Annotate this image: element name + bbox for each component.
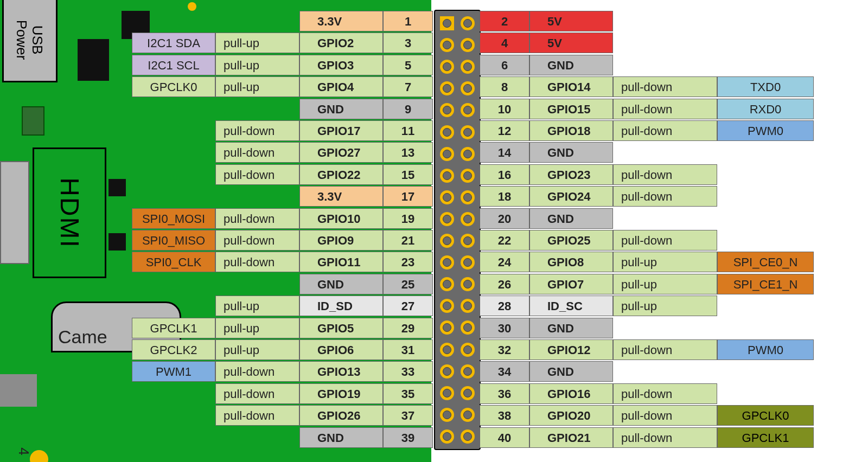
pin-pull-40: pull-down — [613, 427, 717, 448]
pin-row-18: 18GPIO24pull-down — [0, 186, 868, 207]
pin-alt-40: GPCLK1 — [717, 427, 814, 448]
pin-name-20: GND — [529, 208, 613, 229]
pin-alt-24: SPI_CE0_N — [717, 252, 814, 272]
pin-pull-26: pull-up — [613, 274, 717, 294]
pin-number-32: 32 — [480, 339, 529, 360]
pin-pull-16: pull-down — [613, 164, 717, 185]
pin-number-2: 2 — [480, 11, 529, 31]
pin-row-26: 26GPIO7pull-upSPI_CE1_N — [0, 274, 868, 294]
pin-number-38: 38 — [480, 405, 529, 426]
pin-row-24: 24GPIO8pull-upSPI_CE0_N — [0, 252, 868, 272]
pin-pull-38: pull-down — [613, 405, 717, 426]
pin-name-30: GND — [529, 318, 613, 338]
pin-row-34: 34GND — [0, 361, 868, 382]
pin-name-12: GPIO18 — [529, 120, 613, 141]
pin-name-22: GPIO25 — [529, 230, 613, 251]
pin-name-38: GPIO20 — [529, 405, 613, 426]
pin-pull-8: pull-down — [613, 76, 717, 97]
pin-number-34: 34 — [480, 361, 529, 382]
pin-row-2: 25V — [0, 11, 868, 31]
pin-pull-22: pull-down — [613, 230, 717, 251]
pin-row-16: 16GPIO23pull-down — [0, 164, 868, 185]
pin-name-28: ID_SC — [529, 296, 613, 316]
pin-row-28: 28ID_SCpull-up — [0, 296, 868, 316]
pin-pull-12: pull-down — [613, 120, 717, 141]
pin-number-30: 30 — [480, 318, 529, 338]
pin-name-32: GPIO12 — [529, 339, 613, 360]
pin-pull-18: pull-down — [613, 186, 717, 207]
pin-name-8: GPIO14 — [529, 76, 613, 97]
pin-name-26: GPIO7 — [529, 274, 613, 294]
pin-number-26: 26 — [480, 274, 529, 294]
pin-number-10: 10 — [480, 99, 529, 119]
pin-name-18: GPIO24 — [529, 186, 613, 207]
pin-name-4: 5V — [529, 33, 613, 53]
pin-number-8: 8 — [480, 76, 529, 97]
pin-pull-28: pull-up — [613, 296, 717, 316]
pin-alt-38: GPCLK0 — [717, 405, 814, 426]
pin-number-36: 36 — [480, 383, 529, 404]
pin-name-10: GPIO15 — [529, 99, 613, 119]
pin-row-22: 22GPIO25pull-down — [0, 230, 868, 251]
pin-number-16: 16 — [480, 164, 529, 185]
pin-number-24: 24 — [480, 252, 529, 272]
pin-number-14: 14 — [480, 142, 529, 163]
pin-number-20: 20 — [480, 208, 529, 229]
pin-pull-10: pull-down — [613, 99, 717, 119]
pin-name-14: GND — [529, 142, 613, 163]
pin-row-14: 14GND — [0, 142, 868, 163]
pin-pull-24: pull-up — [613, 252, 717, 272]
pin-name-36: GPIO16 — [529, 383, 613, 404]
pin-name-2: 5V — [529, 11, 613, 31]
pin-name-34: GND — [529, 361, 613, 382]
pin-alt-12: PWM0 — [717, 120, 814, 141]
pin-number-28: 28 — [480, 296, 529, 316]
pin-name-16: GPIO23 — [529, 164, 613, 185]
pin-number-6: 6 — [480, 55, 529, 75]
pin-alt-32: PWM0 — [717, 339, 814, 360]
pin-row-8: 8GPIO14pull-downTXD0 — [0, 76, 868, 97]
pin-alt-8: TXD0 — [717, 76, 814, 97]
pin-row-30: 30GND — [0, 318, 868, 338]
pin-row-36: 36GPIO16pull-down — [0, 383, 868, 404]
pin-number-4: 4 — [480, 33, 529, 53]
pin-number-18: 18 — [480, 186, 529, 207]
pin-row-6: 6GND — [0, 55, 868, 75]
pin-number-40: 40 — [480, 427, 529, 448]
pin-alt-10: RXD0 — [717, 99, 814, 119]
pin-alt-26: SPI_CE1_N — [717, 274, 814, 294]
pin-row-20: 20GND — [0, 208, 868, 229]
pin-name-40: GPIO21 — [529, 427, 613, 448]
corner-mark: 4 — [15, 447, 32, 455]
pin-row-4: 45V — [0, 33, 868, 53]
pin-row-32: 32GPIO12pull-downPWM0 — [0, 339, 868, 360]
pin-name-24: GPIO8 — [529, 252, 613, 272]
pin-row-38: 38GPIO20pull-downGPCLK0 — [0, 405, 868, 426]
pin-row-40: 40GPIO21pull-downGPCLK1 — [0, 427, 868, 448]
pin-row-10: 10GPIO15pull-downRXD0 — [0, 99, 868, 119]
pin-pull-36: pull-down — [613, 383, 717, 404]
pin-number-12: 12 — [480, 120, 529, 141]
pin-row-12: 12GPIO18pull-downPWM0 — [0, 120, 868, 141]
pin-pull-32: pull-down — [613, 339, 717, 360]
pin-name-6: GND — [529, 55, 613, 75]
pin-number-22: 22 — [480, 230, 529, 251]
